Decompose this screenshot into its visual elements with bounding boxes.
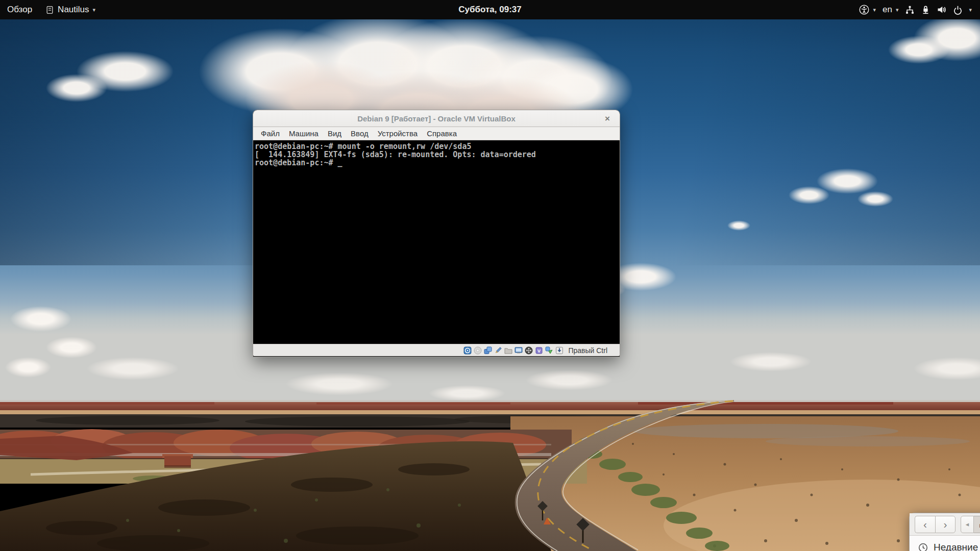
status-recording-icon[interactable]: [525, 346, 533, 355]
terminal-prompt-line: root@debian-pc:~# _: [255, 159, 620, 167]
files-toolbar: ‹ › ◂ ⌂ Д: [910, 513, 980, 536]
back-button[interactable]: ‹: [915, 516, 935, 533]
status-optical-icon[interactable]: [474, 346, 482, 355]
menu-machine[interactable]: Машина: [284, 128, 323, 139]
clock-button[interactable]: Суббота, 09:37: [0, 5, 980, 15]
path-bar: ◂ ⌂ Д: [961, 516, 980, 533]
terminal-prompt: root@debian-pc:~#: [255, 158, 338, 167]
cloud: [526, 370, 612, 390]
terminal-line: root@debian-pc:~# mount -o remount,rw /d…: [255, 142, 620, 151]
cloud: [857, 191, 893, 207]
lock-icon: [921, 5, 930, 15]
forward-button[interactable]: ›: [935, 516, 955, 533]
app-menu[interactable]: Nautilus ▾: [45, 5, 95, 15]
menu-view[interactable]: Вид: [323, 128, 346, 139]
files-window: ‹ › ◂ ⌂ Д Недавние: [909, 513, 980, 551]
status-hostkey-icon[interactable]: [555, 346, 564, 355]
chevron-down-icon: ▾: [969, 7, 972, 13]
cloud: [789, 186, 829, 204]
recent-clock-icon: [918, 543, 928, 551]
status-display-icon[interactable]: [514, 346, 523, 355]
cloud: [286, 372, 393, 395]
cloud: [888, 36, 949, 64]
virtualbox-window: Debian 9 [Работает] - Oracle VM VirtualB…: [253, 110, 620, 357]
recent-label: Недавние: [934, 542, 978, 551]
forward-icon: ›: [944, 518, 947, 531]
activities-button[interactable]: Обзор: [7, 5, 32, 15]
history-buttons: ‹ ›: [915, 516, 955, 533]
desert-landscape: [0, 393, 980, 551]
cloud: [727, 220, 750, 231]
desktop: Debian 9 [Работает] - Oracle VM VirtualB…: [0, 0, 980, 551]
chevron-down-icon: ▾: [873, 7, 876, 13]
status-mouse-icon[interactable]: [545, 346, 553, 355]
virtualbox-statusbar: V Правый Ctrl: [253, 344, 620, 356]
close-icon[interactable]: ×: [602, 113, 613, 124]
menu-help[interactable]: Справка: [422, 128, 461, 139]
back-icon: ‹: [923, 518, 927, 531]
chevron-down-icon: ▾: [93, 7, 96, 13]
network-wired-icon: [905, 5, 915, 15]
vm-terminal-screen[interactable]: root@debian-pc:~# mount -o remount,rw /d…: [253, 140, 620, 344]
home-path-button[interactable]: ⌂ Д: [974, 516, 980, 533]
menu-input[interactable]: Ввод: [346, 128, 373, 139]
virtualbox-titlebar[interactable]: Debian 9 [Работает] - Oracle VM VirtualB…: [253, 110, 620, 127]
power-icon: [953, 5, 963, 15]
nautilus-icon: [45, 6, 54, 14]
cloud: [730, 352, 812, 371]
status-features-icon[interactable]: V: [535, 346, 543, 355]
cloud: [10, 306, 71, 332]
terminal-cursor: _: [338, 158, 342, 167]
chevron-down-icon: ▾: [896, 7, 899, 13]
cloud: [5, 357, 51, 378]
window-title: Debian 9 [Работает] - Oracle VM VirtualB…: [357, 114, 516, 123]
svg-text:V: V: [537, 348, 541, 353]
cloud: [87, 357, 179, 380]
status-network-icon[interactable]: [484, 346, 492, 355]
activities-label: Обзор: [7, 5, 32, 15]
menu-devices[interactable]: Устройства: [373, 128, 422, 139]
virtualbox-menubar: Файл Машина Вид Ввод Устройства Справка: [253, 127, 620, 140]
volume-icon: [937, 5, 947, 15]
terminal-line: [ 144.163849] EXT4-fs (sda5): re-mounted…: [255, 151, 620, 159]
menu-file[interactable]: Файл: [256, 128, 284, 139]
keyboard-layout-label: en: [883, 5, 892, 15]
clock-label: Суббота, 09:37: [458, 5, 521, 14]
host-key-label: Правый Ctrl: [568, 346, 607, 355]
gnome-top-bar: Обзор Nautilus ▾ Суббота, 09:37 ▾ en ▾: [0, 0, 980, 19]
accessibility-icon: [859, 5, 869, 15]
status-hdd-icon[interactable]: [463, 346, 472, 355]
files-sidebar: Недавние: [910, 536, 980, 551]
app-menu-label: Nautilus: [58, 5, 89, 15]
keyboard-layout-menu[interactable]: en ▾: [883, 5, 898, 15]
path-scroll-left-button[interactable]: ◂: [961, 516, 974, 533]
accessibility-menu[interactable]: ▾: [859, 5, 876, 15]
scroll-left-icon: ◂: [966, 520, 969, 528]
system-menu[interactable]: ▾: [905, 5, 972, 15]
cloud: [46, 337, 97, 358]
sidebar-item-recent[interactable]: Недавние: [918, 542, 980, 551]
status-sharedfolders-icon[interactable]: [504, 346, 512, 355]
cloud: [46, 74, 107, 102]
status-usb-icon[interactable]: [494, 346, 502, 355]
